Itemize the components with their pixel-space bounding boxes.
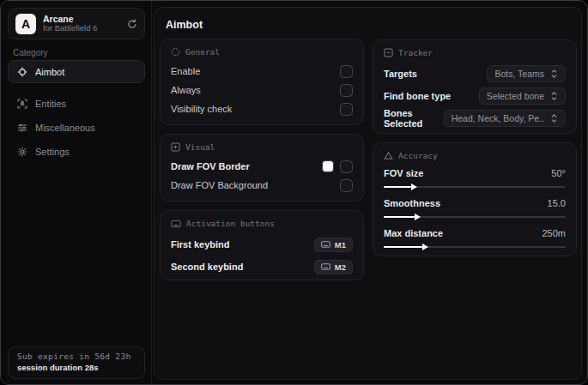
max-distance-slider[interactable] [384,246,566,248]
bones-selected-select[interactable]: Head, Neck, Body, Pe.. [444,110,566,127]
slider-thumb[interactable] [415,214,421,220]
visibility-check-checkbox[interactable] [340,103,353,116]
triangle-icon [384,151,393,160]
keyboard-icon [171,220,181,228]
sliders-icon [16,123,27,133]
targets-select[interactable]: Bots, Teams [487,65,566,82]
card-accuracy: Accuracy FOV size 50° Smoothness 15.0 [373,142,577,256]
keybind-label: Second keybind [171,262,243,272]
keybind-value: M2 [335,262,346,272]
slider-value: 15.0 [548,198,566,208]
app-subtitle: for Battlefield 6 [43,24,120,33]
setting-row-visibility-check: Visibility check [171,99,353,118]
slider-thumb[interactable] [411,183,417,190]
crosshair-icon [16,67,27,77]
keyboard-icon [321,263,330,270]
keyboard-icon [321,241,330,248]
slider-label: FOV size [384,168,423,178]
setting-label: Draw FOV Border [171,161,250,171]
card-visual: Visual Draw FOV Border Draw FOV Backgrou… [160,134,364,202]
slider-row-smoothness: Smoothness 15.0 [384,196,566,218]
select-value: Head, Neck, Body, Pe.. [452,113,544,123]
sidebar-item-label: Settings [35,147,70,157]
slider-thumb[interactable] [422,244,428,250]
session-duration-text: session duration 28s [17,363,136,372]
enable-checkbox[interactable] [340,65,353,78]
keybind-value: M1 [335,240,346,250]
unfold-icon [550,92,558,100]
select-value: Selected bone [487,91,544,101]
app-window: A Arcane for Battlefield 6 Category Aimb… [0,0,588,385]
smoothness-slider[interactable] [384,216,566,218]
tracker-row-targets: Targets Bots, Teams [384,63,566,85]
sidebar-item-entities[interactable]: Entities [8,92,145,115]
sidebar-item-miscellaneous[interactable]: Miscellaneous [8,116,145,139]
sidebar-item-label: Aimbot [35,67,64,77]
keybind-label: First keybind [171,239,229,250]
always-checkbox[interactable] [340,84,353,97]
card-general: General Enable Always Visibility check [160,39,364,125]
fov-size-slider[interactable] [384,186,566,188]
setting-row-always: Always [171,81,353,99]
fov-border-color-swatch[interactable] [322,160,334,172]
card-tracker: Tracker Targets Bots, Teams Find bone ty… [373,39,577,134]
draw-fov-background-checkbox[interactable] [340,179,353,192]
setting-label: Always [171,85,201,95]
sub-expiry-text: Sub expires in 56d 23h [17,352,136,361]
slider-value: 250m [542,228,566,238]
setting-label: Draw FOV Background [171,180,268,190]
first-keybind-button[interactable]: M1 [314,238,353,252]
card-title: Visual [185,142,215,152]
setting-row-draw-fov-border: Draw FOV Border [171,157,353,176]
sidebar-item-settings[interactable]: Settings [8,140,145,163]
sidebar: A Arcane for Battlefield 6 Category Aimb… [1,1,152,384]
frame-plus-icon [171,142,180,152]
subscription-status: Sub expires in 56d 23h session duration … [8,346,145,379]
card-title: General [185,47,220,57]
gear-icon [16,147,27,157]
app-logo: A [15,14,36,34]
main-panel: Aimbot General Enable Always Visibili [154,7,582,380]
refresh-icon[interactable] [127,19,137,29]
tracker-label: Bones Selected [384,108,444,129]
card-title: Accuracy [398,151,438,160]
card-activation-buttons: Activation buttons First keybind M1 Seco… [160,210,364,280]
slider-value: 50° [551,168,566,178]
unfold-icon [550,69,558,78]
card-title: Activation buttons [186,219,275,228]
sidebar-item-label: Entities [35,99,66,109]
slider-row-fov-size: FOV size 50° [384,165,566,188]
second-keybind-button[interactable]: M2 [314,260,353,274]
keybind-row-second: Second keybind M2 [171,256,353,278]
draw-fov-border-checkbox[interactable] [340,160,353,173]
slider-label: Smoothness [384,198,440,208]
setting-row-draw-fov-background: Draw FOV Background [171,176,353,195]
tracker-row-bones-selected: Bones Selected Head, Neck, Body, Pe.. [384,107,566,129]
box-minus-icon [384,48,393,57]
unfold-icon [550,114,558,123]
category-label: Category [13,48,48,57]
select-value: Bots, Teams [494,69,544,79]
scope-icon [171,47,180,57]
tracker-row-find-bone-type: Find bone type Selected bone [384,85,566,107]
setting-label: Visibility check [171,104,232,114]
slider-label: Max distance [384,228,443,238]
page-title: Aimbot [166,19,203,31]
setting-label: Enable [171,66,200,76]
tracker-label: Find bone type [384,91,451,101]
keybind-row-first: First keybind M1 [171,233,353,256]
find-bone-type-select[interactable]: Selected bone [479,87,566,105]
sidebar-nav: Aimbot Entities Miscella [8,60,145,164]
sidebar-item-label: Miscellaneous [35,123,95,133]
slider-row-max-distance: Max distance 250m [384,226,566,248]
entities-icon [16,99,27,109]
card-title: Tracker [398,48,433,57]
app-header: A Arcane for Battlefield 6 [8,8,145,39]
sidebar-item-aimbot[interactable]: Aimbot [8,60,145,83]
setting-row-enable: Enable [171,62,353,81]
tracker-label: Targets [384,69,417,79]
